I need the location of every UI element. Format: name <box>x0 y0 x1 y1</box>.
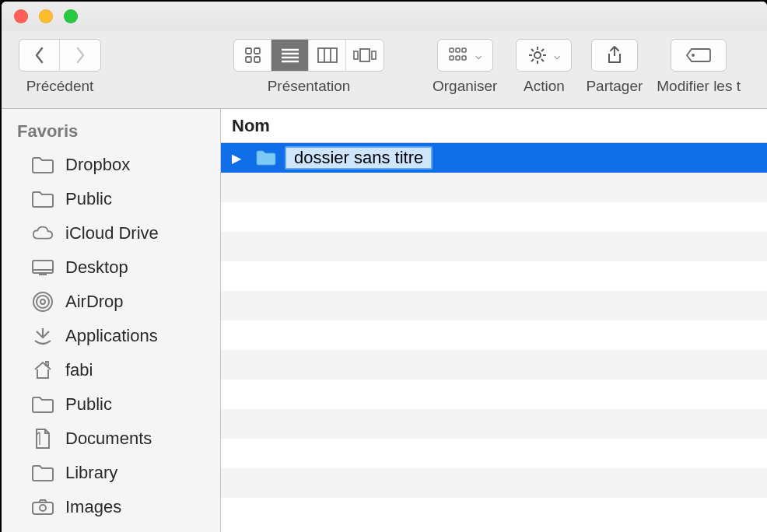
column-header-name[interactable]: Nom <box>221 109 767 143</box>
list-row[interactable] <box>221 409 767 439</box>
list-row[interactable] <box>221 291 767 320</box>
svg-line-28 <box>531 59 534 61</box>
svg-rect-1 <box>254 48 260 54</box>
svg-rect-16 <box>462 48 466 52</box>
sidebar-item[interactable]: Documents <box>2 422 220 456</box>
cloud-icon <box>31 222 54 244</box>
list-row[interactable] <box>221 202 767 232</box>
share-label: Partager <box>586 78 643 95</box>
svg-rect-13 <box>372 51 376 59</box>
content-area: Nom ▶ dossier sans titre <box>221 109 767 532</box>
list-row[interactable] <box>221 439 767 468</box>
action-button[interactable]: ⌵ <box>516 39 572 72</box>
share-icon <box>606 45 623 65</box>
svg-rect-19 <box>462 56 466 60</box>
svg-point-34 <box>37 296 49 308</box>
folder-icon <box>255 149 277 166</box>
sidebar-item[interactable]: AirDrop <box>2 285 220 319</box>
back-forward-seg <box>19 39 101 72</box>
tag-icon <box>685 47 712 63</box>
sidebar-item[interactable]: Dropbox <box>2 148 220 182</box>
sidebar-item-label: Applications <box>65 326 158 346</box>
svg-rect-30 <box>33 261 53 273</box>
forward-button[interactable] <box>60 40 100 71</box>
sidebar-item-label: Public <box>65 189 112 209</box>
svg-line-25 <box>531 49 534 51</box>
tags-button[interactable] <box>671 39 727 72</box>
sidebar-item[interactable]: iCloud Drive <box>2 216 220 250</box>
sidebar-item-label: AirDrop <box>65 292 124 312</box>
file-list: ▶ dossier sans titre <box>221 143 767 532</box>
finder-window: Précédent <box>2 2 767 532</box>
list-row[interactable] <box>221 350 767 380</box>
svg-rect-15 <box>456 48 460 52</box>
list-row-selected[interactable]: ▶ dossier sans titre <box>221 143 767 173</box>
sidebar-item[interactable]: Images <box>2 490 220 524</box>
sidebar-item-label: Library <box>65 463 117 483</box>
sidebar-item-label: Desktop <box>65 257 128 278</box>
arrange-button[interactable]: ⌵ <box>437 39 493 72</box>
svg-rect-17 <box>450 56 454 60</box>
chevron-down-icon: ⌵ <box>554 49 560 61</box>
minimize-button[interactable] <box>39 9 53 23</box>
share-button[interactable] <box>591 39 638 72</box>
svg-point-29 <box>692 54 695 57</box>
action-group: ⌵ Action <box>516 39 572 95</box>
svg-rect-8 <box>318 48 337 62</box>
svg-rect-36 <box>46 362 48 366</box>
back-button[interactable] <box>19 40 60 71</box>
sidebar-item[interactable]: Desktop <box>2 250 220 285</box>
rename-input[interactable]: dossier sans titre <box>285 146 433 170</box>
svg-rect-2 <box>246 57 251 62</box>
folder-icon <box>31 394 54 415</box>
list-row[interactable] <box>221 232 767 261</box>
sidebar-item[interactable]: fabi <box>2 353 220 387</box>
list-row[interactable] <box>221 320 767 350</box>
svg-line-26 <box>541 59 544 61</box>
svg-rect-12 <box>360 49 369 61</box>
chevron-left-icon <box>33 46 46 65</box>
sidebar-heading: Favoris <box>2 117 220 148</box>
toolbar: Précédent <box>2 31 767 109</box>
maximize-button[interactable] <box>64 9 78 23</box>
titlebar <box>2 2 767 31</box>
disclosure-triangle-icon[interactable]: ▶ <box>232 151 241 166</box>
svg-rect-0 <box>246 48 251 54</box>
column-header-label: Nom <box>232 116 270 136</box>
sidebar-item[interactable]: Public <box>2 387 220 422</box>
chevron-down-icon: ⌵ <box>475 49 482 61</box>
svg-point-38 <box>40 505 46 511</box>
view-icons-button[interactable] <box>234 40 271 71</box>
svg-rect-14 <box>450 48 454 52</box>
camera-icon <box>31 496 54 518</box>
view-list-button[interactable] <box>271 40 309 71</box>
list-row[interactable] <box>221 380 767 409</box>
chevron-right-icon <box>74 46 86 65</box>
sidebar-item-label: Public <box>65 394 112 415</box>
svg-rect-3 <box>254 57 260 62</box>
gear-icon <box>527 45 548 65</box>
svg-point-33 <box>40 299 45 304</box>
airdrop-icon <box>31 291 54 313</box>
folder-icon <box>31 462 54 484</box>
sidebar-item[interactable]: Public <box>2 182 220 216</box>
sidebar-item[interactable]: Applications <box>2 319 220 353</box>
arrange-icon <box>449 47 469 64</box>
nav-group: Précédent <box>19 39 101 95</box>
folder-icon <box>31 188 54 210</box>
close-button[interactable] <box>14 9 28 23</box>
list-row[interactable] <box>221 261 767 291</box>
sidebar-item[interactable]: Library <box>2 456 220 490</box>
view-columns-button[interactable] <box>309 40 346 71</box>
arrange-group: ⌵ Organiser <box>433 39 497 95</box>
body: Favoris DropboxPubliciCloud DriveDesktop… <box>2 109 767 532</box>
view-coverflow-button[interactable] <box>346 40 384 71</box>
desktop-icon <box>31 257 54 278</box>
list-row[interactable] <box>221 173 767 202</box>
list-row[interactable] <box>221 468 767 498</box>
home-icon <box>31 359 54 381</box>
nav-label: Précédent <box>26 78 94 95</box>
sidebar-item-label: Dropbox <box>65 155 130 175</box>
list-row[interactable] <box>221 498 767 527</box>
tags-group: Modifier les t <box>657 39 741 95</box>
